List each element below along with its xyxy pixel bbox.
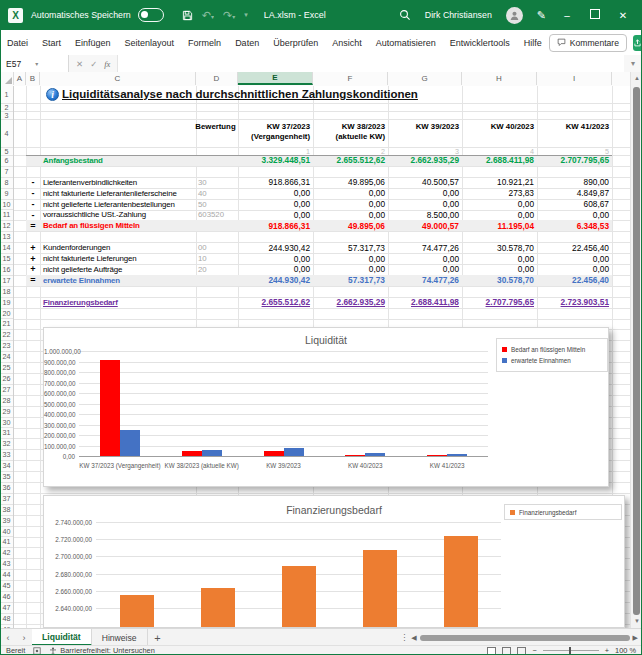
cell-value[interactable]: 918.866,31: [238, 177, 313, 188]
cell-value[interactable]: 49.895,06: [313, 177, 388, 188]
cell-value[interactable]: 0,00: [537, 264, 612, 275]
scroll-down-icon[interactable]: ▼: [631, 618, 642, 624]
qat-customize-icon[interactable]: ▾: [244, 11, 248, 19]
row-label[interactable]: Finanzierungsbedarf: [43, 297, 196, 308]
chart-liquiditaet[interactable]: Liquidität1.000.000,00900.000,00800.000,…: [43, 327, 609, 487]
page-layout-view-icon[interactable]: [502, 647, 511, 655]
cell-value[interactable]: 0,00: [313, 199, 388, 210]
search-icon[interactable]: [399, 9, 411, 21]
cell-value[interactable]: 30.578,70: [462, 275, 537, 286]
sheet-nav-left-icon[interactable]: ‹: [0, 629, 16, 646]
cell-value[interactable]: 0,00: [537, 253, 612, 264]
column-header-H[interactable]: H: [462, 72, 537, 85]
cell-value[interactable]: 2.723.903,51: [537, 297, 612, 308]
bewertung-code[interactable]: 20: [196, 264, 238, 275]
accessibility-status[interactable]: Barrierefreiheit: Untersuchen: [49, 646, 154, 655]
row-label[interactable]: Kundenforderungen: [43, 242, 196, 253]
cell-value[interactable]: 0,00: [238, 264, 313, 275]
zoom-level[interactable]: 100 %: [615, 646, 636, 655]
cell-value[interactable]: 2.688.411,98: [388, 297, 462, 308]
insert-function-icon[interactable]: fx: [104, 59, 110, 69]
zoom-slider[interactable]: [543, 650, 599, 651]
ribbon-tab-automatisieren[interactable]: Automatisieren: [369, 38, 443, 48]
ribbon-tab-entwicklertools[interactable]: Entwicklertools: [443, 38, 517, 48]
row-label[interactable]: Lieferantenverbindlichkeiten: [43, 177, 196, 188]
cell-value[interactable]: 2.662.935,29: [388, 155, 462, 166]
sheet-tab-hinweise[interactable]: Hinweise: [92, 629, 148, 646]
save-icon[interactable]: [182, 10, 193, 21]
cell-value[interactable]: 0,00: [238, 199, 313, 210]
redo-icon[interactable]: ↷▾: [223, 9, 235, 22]
row-label[interactable]: erwartete Einnahmen: [43, 275, 196, 286]
ribbon-tab-start[interactable]: Start: [35, 38, 68, 48]
column-header-I[interactable]: I: [537, 72, 612, 85]
add-sheet-button[interactable]: +: [148, 629, 168, 646]
cell-value[interactable]: 74.477,26: [388, 275, 462, 286]
cell-value[interactable]: 0,00: [388, 199, 462, 210]
bewertung-code[interactable]: 10: [196, 253, 238, 264]
bewertung-code[interactable]: 50: [196, 199, 238, 210]
bewertung-code[interactable]: 00: [196, 242, 238, 253]
row-label[interactable]: Bedarf an flüssigen Mitteln: [43, 220, 196, 231]
formula-input[interactable]: [118, 55, 624, 72]
cell-value[interactable]: 49.895,06: [313, 220, 388, 231]
select-all-corner[interactable]: [0, 72, 14, 85]
avatar[interactable]: [506, 7, 523, 24]
cell-value[interactable]: 608,67: [537, 199, 612, 210]
cell-value[interactable]: 6.348,53: [537, 220, 612, 231]
cell-value[interactable]: 40.500,57: [388, 177, 462, 188]
ribbon-tab-einfgen[interactable]: Einfügen: [68, 38, 118, 48]
ribbon-tab-formeln[interactable]: Formeln: [181, 38, 228, 48]
cell-value[interactable]: 3.329.448,51: [238, 155, 313, 166]
vertical-scrollbar[interactable]: ▲ ▼: [630, 72, 642, 628]
cell-value[interactable]: 2.707.795,65: [537, 155, 612, 166]
cell-value[interactable]: 22.456,40: [537, 242, 612, 253]
cell-value[interactable]: 0,00: [238, 210, 313, 221]
cell-value[interactable]: 0,00: [388, 253, 462, 264]
cell-value[interactable]: 0,00: [238, 188, 313, 199]
cell-value[interactable]: 244.930,42: [238, 275, 313, 286]
cell-value[interactable]: 273,83: [462, 188, 537, 199]
column-header-G[interactable]: G: [388, 72, 462, 85]
row-number[interactable]: 4: [0, 119, 13, 148]
confirm-entry-icon[interactable]: ✓: [90, 59, 97, 69]
page-break-view-icon[interactable]: [517, 647, 526, 655]
excel-app-icon[interactable]: X: [8, 8, 23, 23]
row-label[interactable]: nicht fakturierte Lieferungen: [43, 253, 196, 264]
namebox-dropdown-icon[interactable]: ▾: [35, 60, 38, 67]
ribbon-tab-hilfe[interactable]: Hilfe: [517, 38, 549, 48]
normal-view-icon[interactable]: [487, 647, 496, 655]
bewertung-code[interactable]: 603520: [196, 210, 238, 221]
hscroll-right-icon[interactable]: ▶: [633, 634, 638, 642]
cell-value[interactable]: 0,00: [313, 210, 388, 221]
column-header-F[interactable]: F: [313, 72, 388, 85]
column-header-C[interactable]: C: [40, 72, 196, 85]
share-button[interactable]: ▾: [633, 35, 642, 51]
ribbon-tab-berprfen[interactable]: Überprüfen: [266, 38, 325, 48]
ink-editor-icon[interactable]: ✎: [537, 9, 546, 22]
cell-value[interactable]: 30.578,70: [462, 242, 537, 253]
cell-value[interactable]: 57.317,73: [313, 242, 388, 253]
cell-value[interactable]: 0,00: [313, 264, 388, 275]
zoom-in-button[interactable]: +: [605, 646, 609, 655]
formulabar-expand-icon[interactable]: ▾: [624, 55, 642, 72]
minimize-button[interactable]: –: [560, 10, 574, 21]
row-number[interactable]: 1: [0, 86, 13, 104]
cell-value[interactable]: 8.500,00: [388, 210, 462, 221]
user-name[interactable]: Dirk Christiansen: [425, 10, 492, 20]
sheet-nav-right-icon[interactable]: ›: [16, 629, 32, 646]
cell-value[interactable]: 0,00: [238, 253, 313, 264]
ribbon-tab-datei[interactable]: Datei: [0, 38, 35, 48]
column-header-E[interactable]: E: [238, 72, 313, 85]
ribbon-tab-seitenlayout[interactable]: Seitenlayout: [118, 38, 182, 48]
row-label[interactable]: nicht gelieferte Lieferantenbestellungen: [43, 199, 196, 210]
cell-value[interactable]: 0,00: [462, 264, 537, 275]
close-button[interactable]: ✕: [616, 10, 630, 21]
hscroll-left-icon[interactable]: ◀: [411, 634, 416, 642]
column-header-B[interactable]: B: [26, 72, 40, 85]
cell-value[interactable]: 0,00: [537, 210, 612, 221]
cell-value[interactable]: 4.849,87: [537, 188, 612, 199]
cell-value[interactable]: 0,00: [313, 253, 388, 264]
zoom-slider-knob[interactable]: [569, 647, 571, 654]
cell-value[interactable]: 918.866,31: [238, 220, 313, 231]
